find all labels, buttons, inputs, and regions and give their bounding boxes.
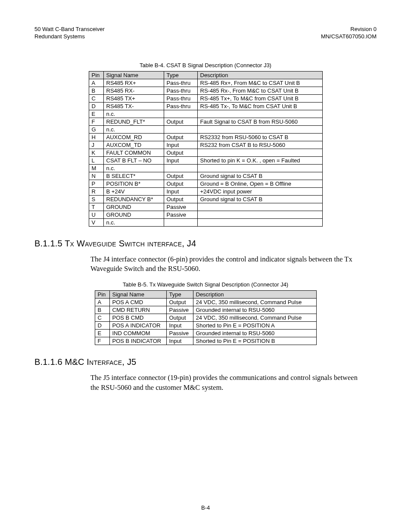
table-cell xyxy=(197,203,322,211)
table-cell: POSITION B* xyxy=(103,180,164,187)
section-b116-heading: B.1.1.6 M&C Interface, J5 xyxy=(34,357,377,367)
table-cell: FAULT COMMON xyxy=(103,149,164,156)
table-row: BRS485 RX-Pass-thruRS-485 Rx-, From M&C … xyxy=(89,87,322,94)
table-cell: Shorted to pin K = O.K. , open = Faulted xyxy=(197,156,322,164)
table-cell: Output xyxy=(164,149,197,156)
table-row: EIND COMMOMPassiveGrounded internal to R… xyxy=(95,330,316,337)
header-left-line1: 50 Watt C-Band Transceiver xyxy=(34,26,105,32)
table-cell: RS485 RX- xyxy=(103,87,164,94)
table-row: UGROUNDPassive xyxy=(89,211,322,218)
table-cell: Ground = B Online, Open = B Offline xyxy=(197,180,322,187)
table-cell: N xyxy=(89,172,103,180)
table-cell: J xyxy=(89,141,103,149)
table-cell: n.c. xyxy=(103,110,164,118)
table-row: Mn.c. xyxy=(89,164,322,172)
table-row: Vn.c. xyxy=(89,218,322,226)
table-row: SREDUNDANCY B*OutputGround signal to CSA… xyxy=(89,195,322,203)
table-cell: Passive xyxy=(166,306,193,314)
header-right-line2: MN/CSAT607050.IOM xyxy=(321,33,377,40)
table-cell: n.c. xyxy=(103,125,164,133)
table-cell: REDUND_FLT* xyxy=(103,118,164,125)
col-type: Type xyxy=(164,71,197,79)
table-row: APOS A CMDOutput24 VDC, 350 millisecond,… xyxy=(95,299,316,306)
table-cell xyxy=(164,110,197,118)
header-right-line1: Revision 0 xyxy=(350,26,377,32)
table-row: LCSAT B FLT – NOInputShorted to pin K = … xyxy=(89,156,322,164)
table-cell: AUXCOM_TD xyxy=(103,141,164,149)
table-cell: RS485 TX+ xyxy=(103,94,164,102)
table-row: DPOS A INDICATORInputShorted to Pin E = … xyxy=(95,322,316,330)
table-cell: Fault Signal to CSAT B from RSU-5060 xyxy=(197,118,322,125)
table-cell: POS A CMD xyxy=(109,299,166,306)
page-header: 50 Watt C-Band Transceiver Redundant Sys… xyxy=(34,26,377,40)
table-cell xyxy=(164,218,197,226)
table-cell: Grounded internal to RSU-5060 xyxy=(193,330,316,337)
table-cell: Ground signal to CSAT B xyxy=(197,172,322,180)
table-cell: Pass-thru xyxy=(164,87,197,94)
table-b5-caption: Table B-5. Tx Waveguide Switch Signal De… xyxy=(34,281,377,288)
table-cell: Input xyxy=(166,322,193,330)
table-cell: RS-485 Rx-, From M&C to CSAT Unit B xyxy=(197,87,322,94)
section-b115-paragraph: The J4 interface connector (6-pin) provi… xyxy=(90,255,358,274)
table-cell: RS-485 Tx-, To M&C from CSAT Unit B xyxy=(197,102,322,110)
table-cell: 24 VDC, 350 millisecond, Command Pulse xyxy=(193,299,316,306)
table-row: TGROUNDPassive xyxy=(89,203,322,211)
table-row: CPOS B CMDOutput24 VDC, 350 millisecond,… xyxy=(95,314,316,322)
table-cell: POS B INDICATOR xyxy=(109,337,166,345)
table-cell xyxy=(164,125,197,133)
col-type: Type xyxy=(166,291,193,299)
page-number: B-4 xyxy=(34,504,377,511)
table-row: CRS485 TX+Pass-thruRS-485 Tx+, To M&C fr… xyxy=(89,94,322,102)
table-cell: AUXCOM_RD xyxy=(103,133,164,141)
table-header-row: Pin Signal Name Type Description xyxy=(89,71,322,79)
table-cell: E xyxy=(95,330,109,337)
table-cell: RS485 RX+ xyxy=(103,79,164,87)
table-cell: RS232 from CSAT B to RSU-5060 xyxy=(197,141,322,149)
table-cell: F xyxy=(89,118,103,125)
table-cell xyxy=(197,211,322,218)
col-pin: Pin xyxy=(95,291,109,299)
table-cell: K xyxy=(89,149,103,156)
table-b4: Pin Signal Name Type Description ARS485 … xyxy=(89,71,323,227)
table-cell: RS-485 Tx+, To M&C from CSAT Unit B xyxy=(197,94,322,102)
table-cell: S xyxy=(89,195,103,203)
table-row: NB SELECT*OutputGround signal to CSAT B xyxy=(89,172,322,180)
table-cell: H xyxy=(89,133,103,141)
col-pin: Pin xyxy=(89,71,103,79)
table-row: JAUXCOM_TDInputRS232 from CSAT B to RSU-… xyxy=(89,141,322,149)
table-cell: G xyxy=(89,125,103,133)
table-cell: RS-485 Rx+, From M&C to CSAT Unit B xyxy=(197,79,322,87)
table-cell: Output xyxy=(166,314,193,322)
table-cell: Grounded internal to RSU-5060 xyxy=(193,306,316,314)
table-cell: E xyxy=(89,110,103,118)
table-cell: B xyxy=(95,306,109,314)
table-row: En.c. xyxy=(89,110,322,118)
table-cell: U xyxy=(89,211,103,218)
table-cell: Pass-thru xyxy=(164,94,197,102)
table-cell: Passive xyxy=(166,330,193,337)
table-cell xyxy=(197,164,322,172)
table-cell: M xyxy=(89,164,103,172)
table-cell: Output xyxy=(164,172,197,180)
section-b116-paragraph: The J5 interface connector (19-pin) prov… xyxy=(90,373,358,392)
table-cell: L xyxy=(89,156,103,164)
table-cell: R xyxy=(89,187,103,195)
table-cell: B SELECT* xyxy=(103,172,164,180)
table-cell: Output xyxy=(164,118,197,125)
header-left-line2: Redundant Systems xyxy=(34,33,85,40)
table-cell: POS B CMD xyxy=(109,314,166,322)
table-cell: Output xyxy=(164,133,197,141)
table-header-row: Pin Signal Name Type Description xyxy=(95,291,316,299)
table-row: BCMD RETURNPassiveGrounded internal to R… xyxy=(95,306,316,314)
table-cell: GROUND xyxy=(103,211,164,218)
table-row: RB +24VInput+24VDC input power xyxy=(89,187,322,195)
table-row: PPOSITION B*OutputGround = B Online, Ope… xyxy=(89,180,322,187)
table-b5: Pin Signal Name Type Description APOS A … xyxy=(95,290,317,345)
table-row: KFAULT COMMONOutput xyxy=(89,149,322,156)
table-cell: C xyxy=(95,314,109,322)
table-cell: IND COMMOM xyxy=(109,330,166,337)
table-cell: Pass-thru xyxy=(164,79,197,87)
col-description: Description xyxy=(193,291,316,299)
table-cell: Input xyxy=(164,187,197,195)
table-b4-caption: Table B-4. CSAT B Signal Description (Co… xyxy=(34,62,377,68)
